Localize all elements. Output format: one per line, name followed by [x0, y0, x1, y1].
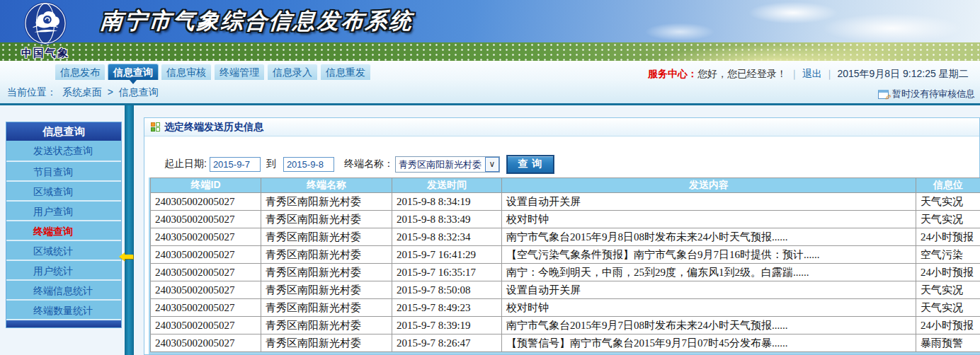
col-header-terminal-id: 终端ID — [151, 178, 261, 193]
sidebar-item-send-status-query[interactable]: 发送状态查询 — [6, 141, 121, 161]
sidebar-item-terminal-info-stats[interactable]: 终端信息统计 — [6, 279, 121, 299]
table-cell: 南宁：今晚到明天，中雨，25到29度，偏东风1到2级。白露踹...... — [502, 264, 916, 281]
date-range-label: 起止日期: — [164, 158, 207, 170]
sidebar-splitter[interactable] — [125, 105, 134, 355]
table-row[interactable]: 240305002005027青秀区南阳新光村委2015-9-7 8:50:08… — [151, 281, 980, 299]
history-panel: 选定终端发送历史信息 起止日期: 到 终端名称： 青秀区南阳新光村委 ∨ 查 询… — [144, 117, 980, 355]
table-cell: 青秀区南阳新光村委 — [261, 193, 392, 211]
panel-grid-icon — [151, 122, 160, 132]
table-row[interactable]: 240305002005027青秀区南阳新光村委2015-9-8 8:32:34… — [151, 228, 980, 246]
table-row[interactable]: 240305002005027青秀区南阳新光村委2015-9-7 16:35:1… — [151, 264, 980, 281]
table-cell: 青秀区南阳新光村委 — [261, 228, 392, 246]
sidebar-item-terminal-count-stats[interactable]: 终端数量统计 — [6, 299, 121, 319]
panel-header: 选定终端发送历史信息 — [144, 118, 979, 136]
table-cell: 校对时钟 — [502, 299, 916, 317]
table-cell: 24小时预报 — [916, 264, 980, 281]
breadcrumb-home[interactable]: 系统桌面 — [62, 86, 102, 98]
query-form: 起止日期: 到 终端名称： 青秀区南阳新光村委 ∨ 查 询 — [144, 152, 979, 176]
table-cell: 2015-9-7 16:35:17 — [392, 264, 502, 281]
table-cell: 设置自动开关屏 — [502, 281, 916, 299]
sidebar-item-user-stats[interactable]: 用户统计 — [6, 260, 121, 279]
sidebar-item-region-stats[interactable]: 区域统计 — [6, 240, 121, 260]
panel-title: 选定终端发送历史信息 — [164, 121, 263, 134]
collapse-sidebar-arrow-icon[interactable] — [119, 252, 135, 261]
terminal-select[interactable]: 青秀区南阳新光村委 ∨ — [395, 156, 500, 173]
table-row[interactable]: 240305002005027青秀区南阳新光村委2015-9-7 8:26:47… — [151, 334, 980, 352]
arrow-stem — [125, 255, 133, 259]
start-date-input[interactable] — [210, 157, 261, 172]
table-cell: 2015-9-7 8:49:23 — [392, 299, 502, 317]
user-bar: 服务中心：您好，您已经登录！｜退出｜2015年9月8日 9:12:25 星期二 — [648, 68, 969, 81]
table-cell: 空气污染 — [916, 246, 980, 264]
table-header-row: 终端ID 终端名称 发送时间 发送内容 信息位 — [151, 178, 980, 193]
sidebar-header: 信息查询 — [6, 122, 121, 141]
breadcrumb-current[interactable]: 信息查询 — [119, 86, 159, 98]
sidebar-item-user-query[interactable]: 用户查询 — [6, 200, 121, 220]
logout-link[interactable]: 退出 — [802, 68, 822, 79]
table-cell: 青秀区南阳新光村委 — [261, 281, 392, 299]
table-cell: 2015-9-8 8:33:49 — [392, 211, 502, 228]
breadcrumb-label: 当前位置： — [7, 86, 57, 98]
table-cell: 南宁市气象台2015年9月8日08时发布未来24小时天气预报...... — [502, 228, 916, 246]
table-cell: 2015-9-7 8:26:47 — [392, 334, 502, 352]
table-cell: 2015-9-8 8:34:19 — [392, 193, 502, 211]
col-header-send-content: 发送内容 — [502, 178, 916, 193]
chevron-down-icon[interactable]: ∨ — [485, 157, 499, 172]
table-row[interactable]: 240305002005027青秀区南阳新光村委2015-9-7 8:49:23… — [151, 299, 980, 317]
table-cell: 青秀区南阳新光村委 — [261, 246, 392, 264]
sidebar-item-program-query[interactable]: 节目查询 — [6, 161, 121, 180]
tab-info-query[interactable]: 信息查询 — [108, 64, 159, 80]
table-cell: 2015-9-7 8:39:19 — [392, 317, 502, 334]
audit-notice-text: 暂时没有待审核信息 — [892, 88, 975, 100]
col-header-info-type: 信息位 — [916, 178, 980, 193]
history-table-wrap: 终端ID 终端名称 发送时间 发送内容 信息位 240305002005027青… — [149, 178, 980, 354]
cma-logo: 中国气象 — [11, 1, 79, 60]
table-cell: 校对时钟 — [502, 211, 916, 228]
table-cell: 【空气污染气象条件预报】南宁市气象台9月7日16时提供：预计...... — [502, 246, 916, 264]
table-cell: 240305002005027 — [151, 228, 261, 246]
tab-info-resend[interactable]: 信息重发 — [320, 64, 371, 80]
breadcrumb: 当前位置： 系统桌面 > 信息查询 — [7, 86, 161, 99]
table-cell: 【预警信号】南宁市气象台2015年9月7日07时45分发布暴...... — [502, 334, 916, 352]
table-cell: 240305002005027 — [151, 299, 261, 317]
table-cell: 天气实况 — [916, 211, 980, 228]
table-cell: 青秀区南阳新光村委 — [261, 299, 392, 317]
tab-info-audit[interactable]: 信息审核 — [161, 64, 212, 80]
to-label: 到 — [266, 158, 276, 170]
sidebar-item-region-query[interactable]: 区域查询 — [6, 180, 121, 200]
tab-info-publish[interactable]: 信息发布 — [55, 64, 106, 80]
table-row[interactable]: 240305002005027青秀区南阳新光村委2015-9-8 8:33:49… — [151, 211, 980, 228]
table-cell: 青秀区南阳新光村委 — [261, 317, 392, 334]
banner-grass-decoration — [0, 42, 980, 61]
table-cell: 青秀区南阳新光村委 — [261, 211, 392, 228]
site-title: 南宁市气象综合信息发布系统 — [100, 6, 415, 36]
table-cell: 240305002005027 — [151, 281, 261, 299]
end-date-input[interactable] — [283, 157, 334, 172]
sidebar: 信息查询 发送状态查询 节目查询 区域查询 用户查询 终端查询 区域统计 用户统… — [6, 122, 122, 328]
table-row[interactable]: 240305002005027青秀区南阳新光村委2015-9-7 8:39:19… — [151, 317, 980, 334]
table-row[interactable]: 240305002005027青秀区南阳新光村委2015-9-7 16:41:2… — [151, 246, 980, 264]
cma-logo-icon — [23, 1, 67, 45]
table-cell: 南宁市气象台2015年9月7日08时发布未来24小时天气预报...... — [502, 317, 916, 334]
table-cell: 天气实况 — [916, 281, 980, 299]
datetime-display: 2015年9月8日 9:12:25 星期二 — [837, 68, 968, 79]
table-cell: 240305002005027 — [151, 211, 261, 228]
main-nav: 信息发布 信息查询 信息审核 终端管理 信息录入 信息重发 — [55, 64, 371, 80]
tab-terminal-manage[interactable]: 终端管理 — [214, 64, 265, 80]
table-cell: 2015-9-7 8:50:08 — [392, 281, 502, 299]
table-cell: 24小时预报 — [916, 228, 980, 246]
sidebar-item-terminal-query[interactable]: 终端查询 — [6, 220, 121, 240]
query-button[interactable]: 查 询 — [507, 156, 554, 173]
table-cell: 青秀区南阳新光村委 — [261, 334, 392, 352]
table-cell: 青秀区南阳新光村委 — [261, 264, 392, 281]
tab-info-entry[interactable]: 信息录入 — [267, 64, 318, 80]
table-cell: 24小时预报 — [916, 317, 980, 334]
table-cell: 240305002005027 — [151, 193, 261, 211]
logo-caption: 中国气象 — [11, 47, 79, 60]
history-table-body: 240305002005027青秀区南阳新光村委2015-9-8 8:34:19… — [151, 193, 980, 352]
login-greeting: 您好，您已经登录！ — [697, 68, 787, 79]
separator: ｜ — [790, 68, 799, 79]
table-cell: 240305002005027 — [151, 317, 261, 334]
table-row[interactable]: 240305002005027青秀区南阳新光村委2015-9-8 8:34:19… — [151, 193, 980, 211]
table-cell: 天气实况 — [916, 193, 980, 211]
